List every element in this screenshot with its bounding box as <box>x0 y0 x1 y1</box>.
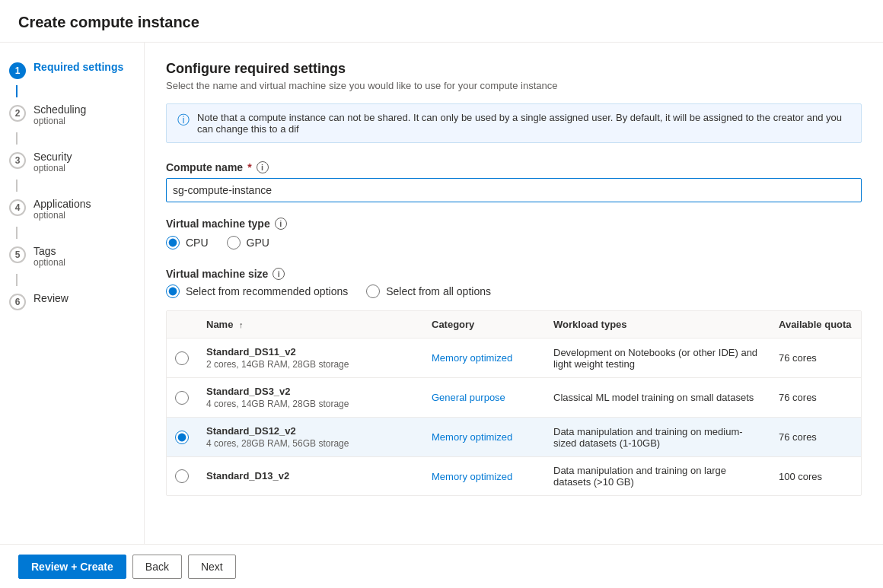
vm-type-cpu-label: CPU <box>186 237 209 249</box>
sidebar-item-tags[interactable]: 5 Tags optional <box>0 239 144 274</box>
row3-category[interactable]: Memory optimized <box>422 424 544 450</box>
th-category: Category <box>422 311 544 338</box>
step-circle-3: 3 <box>9 152 26 169</box>
th-name[interactable]: Name ↑ <box>197 311 422 338</box>
connector-2 <box>16 132 18 145</box>
vm-type-group: Virtual machine type i CPU GPU <box>166 218 862 250</box>
sidebar-item-scheduling[interactable]: 2 Scheduling optional <box>0 97 144 132</box>
table-row: Standard_DS11_v2 2 cores, 14GB RAM, 28GB… <box>167 338 861 378</box>
vm-type-info-icon[interactable]: i <box>275 218 287 230</box>
row2-name-cell: Standard_DS3_v2 4 cores, 14GB RAM, 28GB … <box>197 378 422 417</box>
step-circle-1: 1 <box>9 62 26 79</box>
sidebar-item-applications[interactable]: 4 Applications optional <box>0 192 144 227</box>
row4-category[interactable]: Memory optimized <box>422 463 544 490</box>
connector-4 <box>16 227 18 239</box>
row1-workload: Development on Notebooks (or other IDE) … <box>544 339 770 377</box>
connector-3 <box>16 180 18 192</box>
vm-size-group: Virtual machine size i Select from recom… <box>166 268 862 496</box>
th-workload: Workload types <box>544 311 770 338</box>
sidebar-sublabel-applications: optional <box>33 210 91 221</box>
sidebar-sublabel-scheduling: optional <box>33 116 86 126</box>
row1-vm-specs: 2 cores, 14GB RAM, 28GB storage <box>206 359 413 370</box>
sidebar-sublabel-security: optional <box>33 163 72 173</box>
vm-size-label: Virtual machine size i <box>166 268 862 280</box>
content-subtitle: Select the name and virtual machine size… <box>166 80 862 91</box>
vm-size-all-radio[interactable] <box>366 284 380 298</box>
review-create-button[interactable]: Review + Create <box>18 555 126 579</box>
row2-category[interactable]: General purpose <box>422 384 544 411</box>
vm-type-gpu-radio[interactable] <box>227 236 241 250</box>
step-circle-5: 5 <box>9 246 26 263</box>
vm-type-cpu-radio[interactable] <box>166 236 180 250</box>
row4-radio[interactable] <box>175 469 189 483</box>
row4-select[interactable] <box>167 462 197 491</box>
back-button[interactable]: Back <box>132 555 182 579</box>
row1-category-link[interactable]: Memory optimized <box>432 352 512 364</box>
page-title: Create compute instance <box>0 0 883 43</box>
compute-name-input[interactable] <box>166 178 862 202</box>
row3-name-cell: Standard_DS12_v2 4 cores, 28GB RAM, 56GB… <box>197 418 422 456</box>
row3-category-link[interactable]: Memory optimized <box>432 431 512 443</box>
row1-select[interactable] <box>167 344 197 373</box>
sidebar: 1 Required settings 2 Scheduling optiona… <box>0 43 145 586</box>
row1-radio[interactable] <box>175 351 189 365</box>
info-banner: ⓘ Note that a compute instance can not b… <box>166 103 862 143</box>
row2-select[interactable] <box>167 383 197 412</box>
vm-size-table: Name ↑ Category Workload types Available… <box>166 310 862 496</box>
sidebar-label-review: Review <box>33 292 69 304</box>
vm-type-gpu-option[interactable]: GPU <box>227 236 269 250</box>
table-row: Standard_DS12_v2 4 cores, 28GB RAM, 56GB… <box>167 418 861 457</box>
row3-vm-name: Standard_DS12_v2 <box>206 425 413 437</box>
vm-size-info-icon[interactable]: i <box>273 268 285 280</box>
sidebar-label-tags: Tags <box>33 245 65 257</box>
th-quota: Available quota <box>770 311 861 338</box>
row2-category-link[interactable]: General purpose <box>432 392 505 403</box>
compute-name-info-icon[interactable]: i <box>257 161 269 173</box>
next-button[interactable]: Next <box>188 555 236 579</box>
vm-type-gpu-label: GPU <box>247 237 269 249</box>
sidebar-item-review[interactable]: 6 Review <box>0 286 144 316</box>
step-circle-2: 2 <box>9 105 26 122</box>
table-row: Standard_DS3_v2 4 cores, 14GB RAM, 28GB … <box>167 378 861 418</box>
sidebar-label-applications: Applications <box>33 198 91 210</box>
row3-radio[interactable] <box>175 431 189 444</box>
row1-category[interactable]: Memory optimized <box>422 345 544 371</box>
row2-radio[interactable] <box>175 391 189 405</box>
footer: Review + Create Back Next <box>0 544 883 588</box>
vm-size-recommended-option[interactable]: Select from recommended options <box>166 284 348 298</box>
connector-5 <box>16 274 18 286</box>
table-header: Name ↑ Category Workload types Available… <box>167 311 861 338</box>
table-row: Standard_D13_v2 Memory optimized Data ma… <box>167 457 861 495</box>
compute-name-label: Compute name * i <box>166 161 862 173</box>
row3-vm-specs: 4 cores, 28GB RAM, 56GB storage <box>206 438 413 449</box>
row2-quota: 76 cores <box>770 384 861 411</box>
vm-size-all-option[interactable]: Select from all options <box>366 284 491 298</box>
sidebar-item-required-settings[interactable]: 1 Required settings <box>0 55 144 85</box>
info-banner-text: Note that a compute instance can not be … <box>197 112 850 135</box>
vm-size-all-label: Select from all options <box>386 285 491 297</box>
row3-quota: 76 cores <box>770 424 861 450</box>
step-circle-6: 6 <box>9 294 26 310</box>
sidebar-label-required-settings: Required settings <box>33 61 123 73</box>
row3-select[interactable] <box>167 423 197 452</box>
vm-type-label: Virtual machine type i <box>166 218 862 230</box>
sidebar-item-security[interactable]: 3 Security optional <box>0 145 144 180</box>
content-title: Configure required settings <box>166 61 862 77</box>
row4-workload: Data manipulation and training on large … <box>544 457 770 495</box>
vm-size-option-row: Select from recommended options Select f… <box>166 284 862 298</box>
row1-name-cell: Standard_DS11_v2 2 cores, 14GB RAM, 28GB… <box>197 338 422 377</box>
row4-category-link[interactable]: Memory optimized <box>432 471 512 482</box>
row2-workload: Classical ML model training on small dat… <box>544 384 770 411</box>
vm-type-radio-group: CPU GPU <box>166 236 862 250</box>
row4-vm-name: Standard_D13_v2 <box>206 470 413 482</box>
info-circle-icon: ⓘ <box>177 113 190 129</box>
sidebar-label-scheduling: Scheduling <box>33 103 86 116</box>
step-circle-4: 4 <box>9 199 26 216</box>
vm-type-cpu-option[interactable]: CPU <box>166 236 209 250</box>
row4-quota: 100 cores <box>770 463 861 490</box>
row1-vm-name: Standard_DS11_v2 <box>206 346 413 358</box>
vm-size-recommended-radio[interactable] <box>166 284 180 298</box>
row1-quota: 76 cores <box>770 345 861 371</box>
sidebar-label-security: Security <box>33 151 72 163</box>
required-star: * <box>247 161 251 173</box>
